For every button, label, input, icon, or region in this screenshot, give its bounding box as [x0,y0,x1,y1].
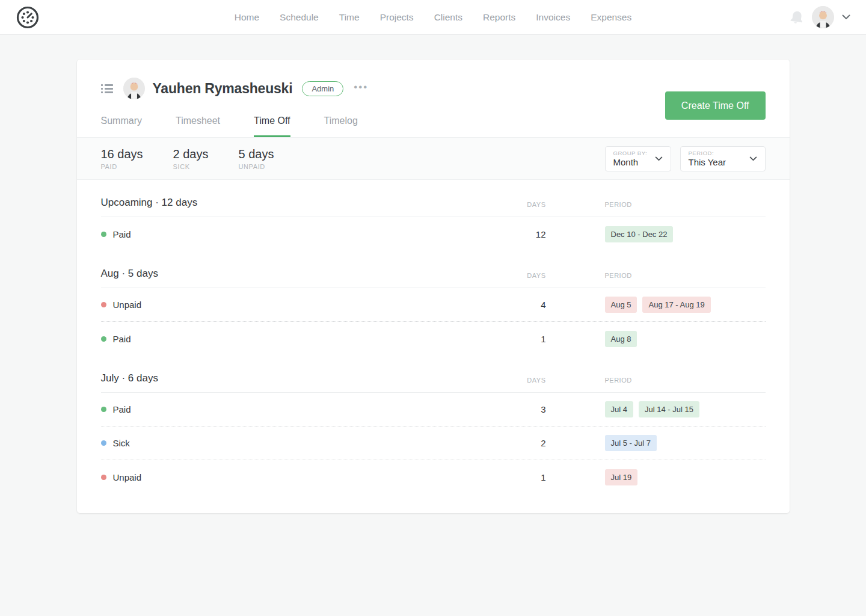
stats-group: 16 days PAID 2 days SICK 5 days UNPAID [101,147,304,170]
filters: GROUP BY: Month PERIOD: This Year [605,146,766,171]
period-badge[interactable]: Jul 4 [605,401,633,417]
period-badge[interactable]: Jul 19 [605,469,638,485]
timeoff-days: 12 [536,229,546,239]
group-by-dropdown[interactable]: GROUP BY: Month [605,146,671,171]
column-header-period: PERIOD [605,201,632,208]
section-header: July · 6 days DAYS PERIOD [101,372,766,393]
stat-unpaid: 5 days UNPAID [239,147,274,170]
timeoff-list: Upcoaming · 12 days DAYS PERIOD Paid 12 … [77,180,790,513]
card-header: Yauhen Rymasheuski Admin ••• Create Time… [77,60,790,137]
tab-time-off[interactable]: Time Off [254,116,290,137]
app-logo-icon[interactable] [16,5,40,29]
timeoff-row[interactable]: Paid 3 Jul 4Jul 14 - Jul 15 [101,393,766,427]
timeoff-days: 3 [541,404,545,414]
nav-item-invoices[interactable]: Invoices [536,12,570,23]
section-rows: Paid 12 Dec 10 - Dec 22 [101,217,766,251]
period-badge[interactable]: Aug 8 [605,331,637,347]
group-by-value: Month [613,157,648,167]
timeoff-section: Upcoaming · 12 days DAYS PERIOD Paid 12 … [101,180,766,251]
stat-sick: 2 days SICK [173,147,209,170]
timeoff-row[interactable]: Unpaid 1 Jul 19 [101,460,766,494]
type-dot-icon [101,407,106,412]
role-badge: Admin [302,81,343,96]
timeoff-type: Paid [113,404,131,414]
period-badge[interactable]: Aug 5 [605,297,637,313]
member-name: Yauhen Rymasheuski [153,81,293,97]
section-rows: Paid 3 Jul 4Jul 14 - Jul 15 Sick 2 Jul 5… [101,393,766,494]
period-badge[interactable]: Jul 5 - Jul 7 [605,435,657,451]
user-avatar[interactable] [812,6,834,28]
nav-right [788,6,850,28]
period-value: This Year [689,157,726,167]
period-badge[interactable]: Aug 17 - Aug 19 [642,297,710,313]
period-badges: Jul 5 - Jul 7 [605,435,657,451]
nav-item-time[interactable]: Time [339,12,360,23]
type-dot-icon [101,232,106,237]
section-rows: Unpaid 4 Aug 5Aug 17 - Aug 19 Paid 1 Aug… [101,288,766,356]
period-badges: Aug 5Aug 17 - Aug 19 [605,297,711,313]
column-header-days: DAYS [527,272,545,279]
account-chevron-down-icon[interactable] [842,14,850,20]
tab-timelog[interactable]: Timelog [324,116,358,137]
period-label: PERIOD: [689,150,726,156]
top-nav: HomeScheduleTimeProjectsClientsReportsIn… [0,0,866,35]
timeoff-row[interactable]: Sick 2 Jul 5 - Jul 7 [101,427,766,460]
timeoff-type: Sick [113,438,130,448]
member-avatar [123,78,145,99]
list-icon[interactable] [101,84,113,93]
nav-item-home[interactable]: Home [235,12,259,23]
period-dropdown[interactable]: PERIOD: This Year [680,146,766,171]
notification-bell-icon[interactable] [788,10,804,25]
timeoff-section: July · 6 days DAYS PERIOD Paid 3 Jul 4Ju… [101,356,766,494]
type-dot-icon [101,475,106,480]
nav-item-expenses[interactable]: Expenses [591,12,631,23]
timeoff-days: 2 [541,438,545,448]
timeoff-type: Unpaid [113,472,142,482]
section-title: July · 6 days [101,372,766,384]
timeoff-type: Paid [113,229,131,239]
nav-menu: HomeScheduleTimeProjectsClientsReportsIn… [235,12,632,23]
timeoff-days: 4 [541,300,545,310]
period-badge[interactable]: Dec 10 - Dec 22 [605,226,674,242]
more-options-icon[interactable]: ••• [354,82,368,96]
timeoff-row[interactable]: Paid 12 Dec 10 - Dec 22 [101,217,766,251]
stat-value: 16 days [101,147,143,161]
column-header-period: PERIOD [605,377,632,384]
column-header-period: PERIOD [605,272,632,279]
period-badges: Jul 19 [605,469,638,485]
stat-value: 5 days [239,147,274,161]
timeoff-section: Aug · 5 days DAYS PERIOD Unpaid 4 Aug 5A… [101,251,766,356]
section-header: Upcoaming · 12 days DAYS PERIOD [101,197,766,217]
tab-summary[interactable]: Summary [101,116,142,137]
stat-label: SICK [173,163,209,170]
period-badge[interactable]: Jul 14 - Jul 15 [639,401,699,417]
tab-timesheet[interactable]: Timesheet [176,116,220,137]
timeoff-days: 1 [541,334,545,344]
section-header: Aug · 5 days DAYS PERIOD [101,268,766,288]
stat-paid: 16 days PAID [101,147,143,170]
nav-item-schedule[interactable]: Schedule [280,12,319,23]
timeoff-row[interactable]: Unpaid 4 Aug 5Aug 17 - Aug 19 [101,288,766,322]
nav-item-reports[interactable]: Reports [483,12,515,23]
period-badges: Jul 4Jul 14 - Jul 15 [605,401,699,417]
section-title: Upcoaming · 12 days [101,197,766,209]
timeoff-type: Paid [113,334,131,344]
period-badges: Dec 10 - Dec 22 [605,226,674,242]
group-by-label: GROUP BY: [613,150,648,156]
type-dot-icon [101,336,106,342]
stat-label: PAID [101,163,143,170]
type-dot-icon [101,302,106,307]
chevron-down-icon [749,156,757,161]
column-header-days: DAYS [527,377,545,384]
member-card: Yauhen Rymasheuski Admin ••• Create Time… [77,60,790,513]
timeoff-days: 1 [541,472,545,482]
period-badges: Aug 8 [605,331,637,347]
section-title: Aug · 5 days [101,268,766,280]
nav-item-projects[interactable]: Projects [380,12,414,23]
nav-item-clients[interactable]: Clients [434,12,462,23]
chevron-down-icon [655,156,663,161]
column-header-days: DAYS [527,201,545,208]
create-time-off-button[interactable]: Create Time Off [665,91,766,120]
timeoff-type: Unpaid [113,300,142,310]
timeoff-row[interactable]: Paid 1 Aug 8 [101,322,766,356]
